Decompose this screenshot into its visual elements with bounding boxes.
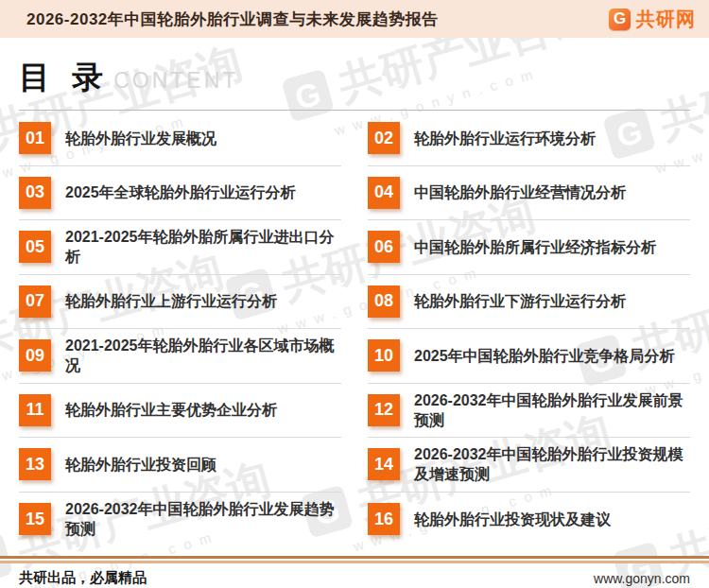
toc-item-05: 052021-2025年轮胎外胎所属行业进出口分析 xyxy=(19,220,341,275)
toc-item-10: 102025年中国轮胎外胎行业竞争格局分析 xyxy=(368,329,690,384)
toc-item-number: 01 xyxy=(19,122,51,154)
toc-item-number: 07 xyxy=(19,285,51,318)
toc-item-label: 轮胎外胎行业投资回顾 xyxy=(65,455,216,475)
toc-item-label: 轮胎外胎行业主要优势企业分析 xyxy=(65,400,277,420)
gonyn-logo-icon: G xyxy=(609,9,631,30)
toc-item-15: 152026-2032年中国轮胎外胎行业发展趋势预测 xyxy=(19,493,341,547)
footer-slogan: 共研出品，必属精品 xyxy=(19,569,147,587)
toc-item-label: 2026-2032年中国轮胎外胎行业发展趋势预测 xyxy=(65,499,341,539)
toc-item-label: 中国轮胎外胎所属行业经济指标分析 xyxy=(414,237,656,257)
toc-item-number: 08 xyxy=(368,285,400,318)
toc-main: 目 录 CONTENT 01轮胎外胎行业发展概况032025年全球轮胎外胎行业运… xyxy=(0,38,709,556)
toc-item-14: 142026-2032年中国轮胎外胎行业投资规模及增速预测 xyxy=(368,438,690,493)
toc-item-number: 16 xyxy=(368,503,400,535)
toc-header: 目 录 CONTENT xyxy=(19,57,690,99)
report-toc-page: G共研产业咨询www.gonyn.comG共研产业咨询www.gonyn.com… xyxy=(0,0,709,588)
toc-title: 目 录 xyxy=(19,57,110,99)
brand-logo-text: 共研网 xyxy=(636,7,696,32)
toc-item-number: 09 xyxy=(19,339,51,372)
toc-item-11: 11轮胎外胎行业主要优势企业分析 xyxy=(19,384,341,439)
toc-item-number: 05 xyxy=(19,231,51,263)
toc-subtitle: CONTENT xyxy=(113,68,238,94)
toc-item-number: 04 xyxy=(368,177,400,209)
toc-item-label: 2025年中国轮胎外胎行业竞争格局分析 xyxy=(414,346,675,366)
toc-item-number: 12 xyxy=(368,394,400,426)
footer: 共研出品，必属精品 www.gonyn.com xyxy=(0,556,709,588)
toc-item-label: 轮胎外胎行业上游行业运行分析 xyxy=(65,291,277,311)
toc-item-13: 13轮胎外胎行业投资回顾 xyxy=(19,438,341,493)
toc-item-number: 02 xyxy=(368,122,400,154)
toc-item-label: 2021-2025年轮胎外胎所属行业进出口分析 xyxy=(65,227,341,267)
toc-item-label: 轮胎外胎行业运行环境分析 xyxy=(414,129,596,148)
toc-item-label: 中国轮胎外胎行业经营情况分析 xyxy=(414,182,626,202)
toc-item-number: 11 xyxy=(19,394,51,426)
toc-item-03: 032025年全球轮胎外胎行业运行分析 xyxy=(19,166,341,221)
toc-item-label: 2026-2032年中国轮胎外胎行业发展前景预测 xyxy=(414,390,690,430)
toc-item-label: 2021-2025年轮胎外胎行业各区域市场概况 xyxy=(65,336,341,375)
toc-item-06: 06中国轮胎外胎所属行业经济指标分析 xyxy=(368,220,690,275)
toc-item-02: 02轮胎外胎行业运行环境分析 xyxy=(368,112,690,166)
brand-logo: G 共研网 xyxy=(609,7,696,32)
top-bar: 2026-2032年中国轮胎外胎行业调查与未来发展趋势报告 G 共研网 xyxy=(0,0,709,38)
toc-item-label: 2026-2032年中国轮胎外胎行业投资规模及增速预测 xyxy=(414,444,690,484)
footer-row: 共研出品，必属精品 www.gonyn.com xyxy=(0,563,709,587)
toc-columns: 01轮胎外胎行业发展概况032025年全球轮胎外胎行业运行分析052021-20… xyxy=(19,112,690,546)
toc-column-left: 01轮胎外胎行业发展概况032025年全球轮胎外胎行业运行分析052021-20… xyxy=(19,112,341,546)
toc-item-number: 15 xyxy=(19,503,51,535)
toc-item-04: 04中国轮胎外胎行业经营情况分析 xyxy=(368,166,690,221)
toc-item-label: 轮胎外胎行业投资现状及建议 xyxy=(414,510,611,529)
toc-item-09: 092021-2025年轮胎外胎行业各区域市场概况 xyxy=(19,329,341,384)
footer-url: www.gonyn.com xyxy=(594,571,690,586)
toc-item-number: 13 xyxy=(19,448,51,480)
toc-column-right: 02轮胎外胎行业运行环境分析04中国轮胎外胎行业经营情况分析06中国轮胎外胎所属… xyxy=(368,112,690,546)
toc-item-01: 01轮胎外胎行业发展概况 xyxy=(19,112,341,166)
toc-item-label: 轮胎外胎行业发展概况 xyxy=(65,129,216,148)
toc-item-label: 轮胎外胎行业下游行业运行分析 xyxy=(414,291,626,311)
toc-item-number: 14 xyxy=(368,448,400,480)
toc-item-label: 2025年全球轮胎外胎行业运行分析 xyxy=(65,182,296,202)
toc-divider xyxy=(19,110,690,111)
toc-item-number: 03 xyxy=(19,177,51,209)
toc-item-07: 07轮胎外胎行业上游行业运行分析 xyxy=(19,275,341,330)
report-title: 2026-2032年中国轮胎外胎行业调查与未来发展趋势报告 xyxy=(26,9,439,30)
toc-item-number: 10 xyxy=(368,339,400,372)
toc-item-16: 16轮胎外胎行业投资现状及建议 xyxy=(368,493,690,547)
toc-item-number: 06 xyxy=(368,231,400,263)
toc-item-12: 122026-2032年中国轮胎外胎行业发展前景预测 xyxy=(368,384,690,439)
toc-item-08: 08轮胎外胎行业下游行业运行分析 xyxy=(368,275,690,330)
